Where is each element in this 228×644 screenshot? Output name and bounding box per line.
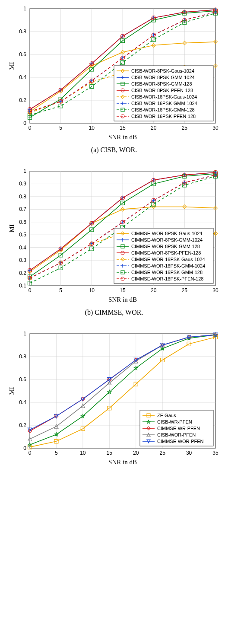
svg-rect-221 [114, 228, 213, 284]
chart-block-b: 0510152025300.10.20.30.40.50.60.70.80.91… [4, 167, 224, 316]
svg-text:0.3: 0.3 [19, 257, 26, 263]
chart-block-c: 0510152025303500.20.40.60.81SNR in dBMIZ… [4, 329, 224, 468]
svg-text:10: 10 [89, 125, 95, 131]
legend-entry: CIMMSE-WOR-8PSK-GMM-1024 [131, 237, 203, 242]
svg-text:0.4: 0.4 [19, 245, 26, 251]
svg-text:0: 0 [23, 120, 26, 126]
legend-entry: CIMMSE-WOR-8PSK-Gaus-1024 [131, 231, 202, 236]
svg-rect-97 [114, 66, 213, 121]
svg-text:0.9: 0.9 [19, 181, 26, 187]
y-axis-label: MI [8, 224, 15, 232]
svg-text:0.8: 0.8 [19, 194, 26, 200]
svg-text:20: 20 [151, 125, 157, 131]
svg-text:10: 10 [89, 287, 95, 293]
svg-text:15: 15 [120, 125, 126, 131]
svg-text:0.5: 0.5 [19, 232, 26, 238]
legend-entry: CISB-WOR-8PSK-GMM-128 [131, 81, 192, 86]
y-axis-label: MI [8, 62, 15, 70]
svg-text:10: 10 [80, 450, 86, 456]
legend-entry: CISB-WOR-16PSK-GMM-128 [131, 107, 195, 112]
x-axis-label: SNR in dB [108, 134, 137, 140]
svg-text:15: 15 [107, 450, 113, 456]
svg-text:20: 20 [133, 450, 139, 456]
svg-text:1: 1 [23, 6, 26, 12]
legend-entry: CIMMSE-WOR-8PSK-PFEN-128 [131, 250, 201, 255]
svg-text:30: 30 [212, 125, 218, 131]
svg-text:0: 0 [23, 445, 26, 451]
x-axis-label: SNR in dB [108, 296, 137, 303]
legend-entry: CISB-WOR-8PSK-GMM-1024 [131, 75, 195, 80]
chart-caption-a: (a) CISB, WOR. [4, 146, 224, 154]
svg-text:5: 5 [59, 125, 62, 131]
legend-entry: CIMMSE-WOR-PFEN [157, 439, 204, 444]
legend-entry: CIMMSE-WOR-16PSK-GMM-1024 [131, 263, 205, 268]
svg-text:15: 15 [120, 287, 126, 293]
legend-entry: CISB-WOR-8PSK-Gaus-1024 [131, 68, 194, 73]
svg-text:25: 25 [182, 125, 188, 131]
legend-entry: CISB-WOR-16PSK-GMM-1024 [131, 101, 197, 106]
chart-block-a: 05101520253000.20.40.60.81SNR in dBMICIS… [4, 4, 224, 154]
svg-text:0.6: 0.6 [19, 376, 26, 383]
legend-entry: CIMMSE-WOR-16PSK-Gaus-1024 [131, 257, 205, 262]
svg-text:1: 1 [23, 168, 26, 174]
legend-entry: CIMMSE-WOR-8PSK-GMM-128 [131, 244, 200, 249]
svg-text:0.7: 0.7 [19, 206, 26, 212]
svg-text:30: 30 [186, 450, 192, 456]
svg-text:0.2: 0.2 [19, 97, 26, 103]
legend-entry: ZF-Gaus [157, 413, 176, 418]
svg-text:5: 5 [55, 450, 58, 456]
svg-text:20: 20 [151, 287, 157, 293]
svg-text:0.4: 0.4 [19, 399, 26, 405]
legend-entry: CIMMSE-WOR-16PSK-PFEN-128 [131, 276, 203, 281]
svg-text:0: 0 [28, 450, 32, 456]
svg-text:0: 0 [28, 287, 32, 293]
svg-text:0.8: 0.8 [19, 29, 26, 35]
svg-text:1: 1 [23, 331, 26, 337]
x-axis-label: SNR in dB [108, 459, 137, 465]
svg-text:0.4: 0.4 [19, 74, 26, 80]
legend-entry: CISB-WOR-16PSK-Gaus-1024 [131, 94, 197, 99]
legend-entry: CISB-WOR-8PSK-PFEN-128 [131, 88, 193, 93]
svg-text:0: 0 [28, 125, 32, 131]
legend-entry: CISB-WOR-16PSK-PFEN-128 [131, 114, 196, 119]
svg-text:5: 5 [59, 287, 62, 293]
svg-text:0.6: 0.6 [19, 219, 26, 225]
legend-entry: CISB-WOR-PFEN [157, 432, 196, 437]
svg-text:0.1: 0.1 [19, 283, 26, 289]
svg-text:0.6: 0.6 [19, 51, 26, 57]
svg-text:35: 35 [212, 450, 218, 456]
svg-text:25: 25 [182, 287, 188, 293]
legend-entry: CIMMSE-WR-PFEN [157, 426, 200, 431]
legend: ZF-GausCISB-WR-PFENCIMMSE-WR-PFENCISB-WO… [140, 410, 213, 446]
svg-text:25: 25 [159, 450, 165, 456]
legend-entry: CISB-WR-PFEN [157, 419, 192, 424]
legend-entry: CIMMSE-WOR-16PSK-GMM-128 [131, 270, 203, 275]
legend: CISB-WOR-8PSK-Gaus-1024CISB-WOR-8PSK-GMM… [114, 66, 213, 121]
y-axis-label: MI [8, 387, 15, 395]
svg-text:0.2: 0.2 [19, 270, 26, 276]
svg-text:0.2: 0.2 [19, 422, 26, 428]
svg-text:30: 30 [212, 287, 218, 293]
chart-caption-b: (b) CIMMSE, WOR. [4, 309, 224, 316]
svg-text:0.8: 0.8 [19, 354, 26, 360]
legend: CIMMSE-WOR-8PSK-Gaus-1024CIMMSE-WOR-8PSK… [114, 228, 213, 284]
